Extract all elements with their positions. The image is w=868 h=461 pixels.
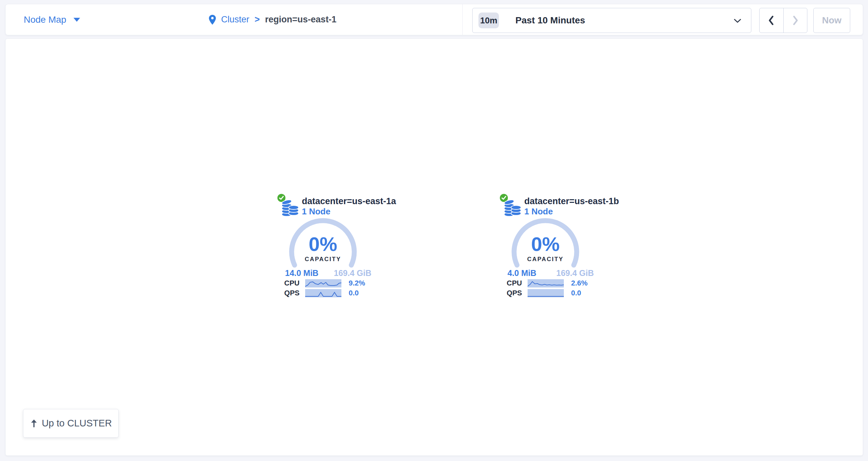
cpu-label: CPU — [499, 279, 522, 288]
up-to-cluster-label: Up to CLUSTER — [42, 418, 112, 429]
cpu-sparkline — [528, 279, 564, 288]
breadcrumb-current: region=us-east-1 — [265, 14, 337, 25]
qps-label: QPS — [499, 289, 522, 297]
capacity-used: 14.0 MiB — [285, 268, 318, 278]
time-range-label: Past 10 Minutes — [516, 15, 585, 26]
view-selector-dropdown[interactable]: Node Map — [24, 4, 80, 35]
datacenter-card-us-east-1b[interactable]: datacenter=us-east-1b 1 Node 0% CAPACITY… — [499, 192, 598, 306]
qps-value: 0.0 — [349, 289, 359, 297]
capacity-total: 169.4 GiB — [556, 268, 594, 278]
datacenter-node-count[interactable]: 1 Node — [302, 206, 396, 217]
datacenter-title: datacenter=us-east-1b — [524, 196, 619, 206]
database-stack-icon — [503, 200, 521, 217]
time-range-dropdown[interactable]: 10m Past 10 Minutes — [472, 8, 751, 33]
next-range-button[interactable] — [783, 8, 807, 33]
up-to-cluster-button[interactable]: Up to CLUSTER — [23, 409, 119, 438]
header-divider — [462, 4, 463, 35]
capacity-label: CAPACITY — [288, 256, 358, 263]
prev-range-button[interactable] — [760, 8, 783, 33]
cpu-label: CPU — [277, 279, 300, 288]
datacenter-header: datacenter=us-east-1a 1 Node — [302, 196, 396, 217]
cpu-metric-row: CPU 2.6% — [499, 279, 588, 288]
cpu-value: 2.6% — [571, 279, 588, 288]
header-bar: Node Map Cluster > region=us-east-1 10m … — [5, 4, 863, 35]
cpu-value: 9.2% — [349, 279, 365, 288]
datacenter-header: datacenter=us-east-1b 1 Node — [524, 196, 619, 217]
breadcrumb: Cluster > region=us-east-1 — [209, 4, 337, 35]
capacity-used: 4.0 MiB — [507, 268, 536, 278]
datacenter-card-us-east-1a[interactable]: datacenter=us-east-1a 1 Node 0% CAPACITY… — [277, 192, 375, 306]
capacity-total: 169.4 GiB — [334, 268, 371, 278]
qps-sparkline — [305, 289, 341, 297]
caret-down-icon — [73, 18, 80, 22]
chevron-left-icon — [768, 15, 775, 26]
database-stack-icon — [281, 200, 299, 217]
arrow-up-icon — [30, 419, 38, 428]
qps-metric-row: QPS 0.0 — [499, 289, 581, 297]
qps-value: 0.0 — [571, 289, 581, 297]
chevron-down-icon — [734, 19, 741, 23]
now-button[interactable]: Now — [813, 8, 850, 33]
datacenter-node-count[interactable]: 1 Node — [524, 206, 619, 217]
qps-label: QPS — [277, 289, 300, 297]
cpu-sparkline — [305, 279, 341, 288]
view-selector-label: Node Map — [24, 14, 66, 25]
capacity-stats: 14.0 MiB 169.4 GiB — [285, 268, 371, 278]
node-map-canvas: datacenter=us-east-1a 1 Node 0% CAPACITY… — [5, 38, 863, 456]
capacity-stats: 4.0 MiB 169.4 GiB — [507, 268, 594, 278]
time-range-arrows — [759, 8, 807, 33]
capacity-label: CAPACITY — [511, 256, 580, 263]
chevron-right-icon — [792, 15, 799, 26]
breadcrumb-separator: > — [255, 14, 260, 25]
cpu-metric-row: CPU 9.2% — [277, 279, 365, 288]
qps-sparkline — [528, 289, 564, 297]
capacity-percentage: 0% — [288, 234, 358, 254]
datacenter-title: datacenter=us-east-1a — [302, 196, 396, 206]
capacity-percentage: 0% — [511, 234, 580, 254]
breadcrumb-cluster-link[interactable]: Cluster — [221, 14, 249, 25]
qps-metric-row: QPS 0.0 — [277, 289, 359, 297]
time-range-badge: 10m — [478, 12, 499, 28]
location-pin-icon — [209, 15, 216, 25]
